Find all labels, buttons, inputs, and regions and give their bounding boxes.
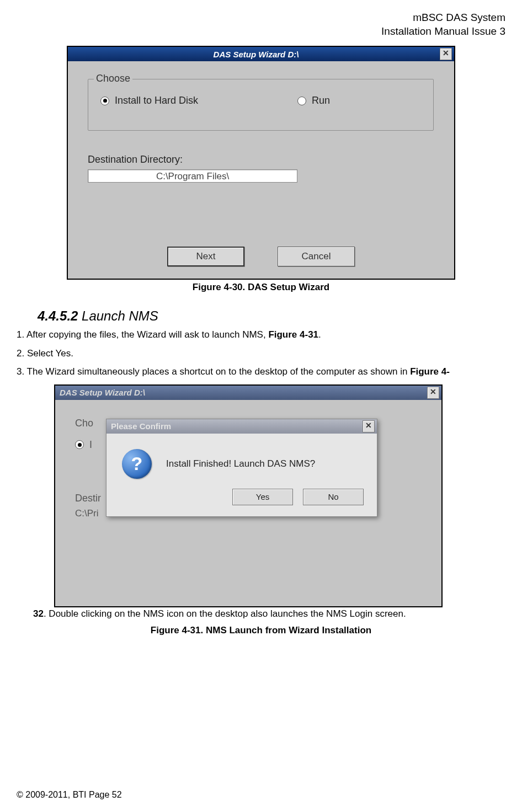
close-icon[interactable]: ✕ (427, 387, 439, 399)
choose-groupbox: Choose Install to Hard Disk Run (88, 79, 434, 131)
figure-caption: Figure 4-31. NMS Launch from Wizard Inst… (17, 625, 505, 636)
question-icon: ? (122, 449, 152, 479)
instruction-list: 1. After copying the files, the Wizard w… (17, 327, 505, 379)
header-line2: Installation Manual Issue 3 (17, 25, 505, 39)
dialog-title: Please Confirm (109, 421, 363, 431)
window-title: DAS Setup Wizard D:\ (70, 50, 440, 59)
header-line1: mBSC DAS System (17, 11, 505, 25)
radio-icon (75, 440, 84, 449)
das-setup-wizard-window-bg: DAS Setup Wizard D:\ ✕ Cho I Destir C:\P… (54, 384, 443, 607)
step-1: 1. After copying the files, the Wizard w… (17, 327, 505, 342)
stub-text: Destir (75, 493, 101, 504)
window-title: DAS Setup Wizard D:\ (57, 388, 427, 397)
radio-install-hard-disk[interactable]: Install to Hard Disk (100, 95, 198, 106)
close-icon[interactable]: ✕ (363, 420, 375, 432)
destination-label: Destination Directory: (88, 154, 183, 165)
please-confirm-dialog: Please Confirm ✕ ? Install Finished! Lau… (106, 419, 377, 517)
das-setup-wizard-window: DAS Setup Wizard D:\ ✕ Choose Install to… (67, 46, 455, 280)
section-title: Launch NMS (78, 308, 158, 323)
radio-icon (297, 97, 306, 105)
page-header: mBSC DAS System Installation Manual Issu… (17, 11, 505, 38)
close-icon[interactable]: ✕ (440, 48, 452, 60)
radio-icon (100, 97, 109, 105)
step-3: 3. The Wizard simultaneously places a sh… (17, 364, 505, 379)
radio-label: Install to Hard Disk (115, 95, 198, 106)
section-heading: 4.4.5.2 Launch NMS (38, 308, 505, 324)
destination-input[interactable]: C:\Program Files\ (88, 169, 297, 183)
title-bar: DAS Setup Wizard D:\ ✕ (68, 47, 454, 61)
cancel-button[interactable]: Cancel (278, 247, 355, 266)
step-3-continued: 32. Double clicking on the NMS icon on t… (33, 608, 505, 619)
stub-text: C:\Pri (75, 508, 99, 519)
radio-label: Run (312, 95, 330, 106)
yes-button[interactable]: Yes (232, 489, 293, 505)
next-button[interactable]: Next (167, 247, 244, 266)
no-button[interactable]: No (303, 489, 364, 505)
radio-run[interactable]: Run (297, 95, 330, 106)
page-footer: © 2009-2011, BTI Page 52 (17, 790, 122, 800)
figure-caption: Figure 4-30. DAS Setup Wizard (17, 282, 505, 293)
dialog-message: Install Finished! Launch DAS NMS? (166, 458, 315, 469)
step-2: 2. Select Yes. (17, 346, 505, 361)
title-bar: Please Confirm ✕ (106, 419, 377, 434)
section-number: 4.4.5.2 (38, 308, 78, 323)
title-bar: DAS Setup Wizard D:\ ✕ (55, 386, 441, 400)
groupbox-label: Choose (94, 73, 132, 84)
